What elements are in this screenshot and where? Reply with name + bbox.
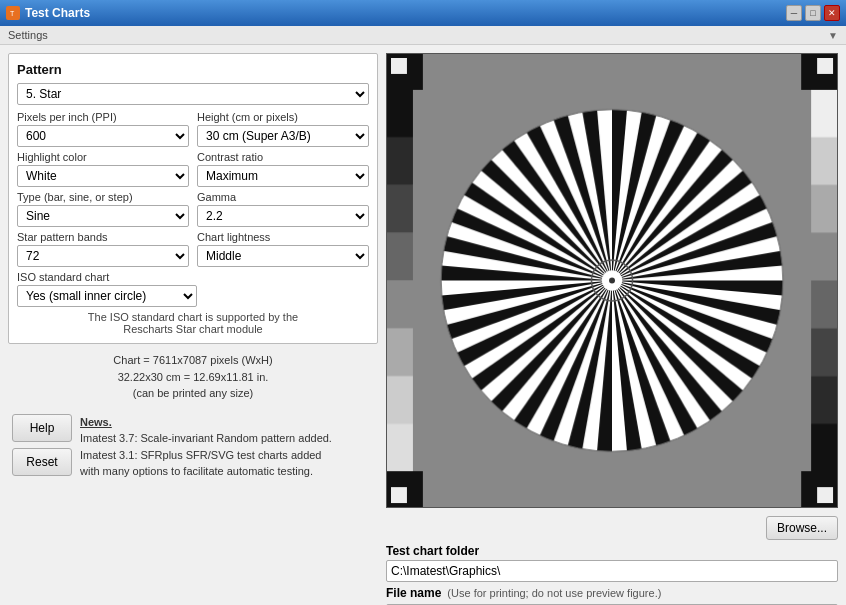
type-label: Type (bar, sine, or step): [17, 191, 189, 203]
main-container: Settings ▼ Pattern 5. Star Pixels per in…: [0, 26, 846, 605]
gamma-group: Gamma 2.2: [197, 191, 369, 227]
height-select[interactable]: 30 cm (Super A3/B): [197, 125, 369, 147]
browse-button[interactable]: Browse...: [766, 516, 838, 540]
form-grid: Pixels per inch (PPI) 600 Height (cm or …: [17, 111, 369, 267]
file-row: File name (Use for printing; do not use …: [386, 586, 838, 600]
star-bands-group: Star pattern bands 72: [17, 231, 189, 267]
help-button[interactable]: Help: [12, 414, 72, 442]
folder-label: Test chart folder: [386, 544, 838, 558]
news-line3: with many options to facilitate automati…: [80, 465, 313, 477]
chart-lightness-label: Chart lightness: [197, 231, 369, 243]
contrast-select[interactable]: Maximum: [197, 165, 369, 187]
iso-section: ISO standard chart Yes (small inner circ…: [17, 271, 369, 307]
star-canvas: [387, 54, 837, 507]
settings-arrow: ▼: [828, 30, 838, 41]
news-title: News.: [80, 416, 112, 428]
highlight-group: Highlight color White: [17, 151, 189, 187]
gamma-select[interactable]: 2.2: [197, 205, 369, 227]
folder-section: Test chart folder: [386, 544, 838, 582]
star-bands-label: Star pattern bands: [17, 231, 189, 243]
close-button[interactable]: ✕: [824, 5, 840, 21]
file-label: File name: [386, 586, 441, 600]
iso-label: ISO standard chart: [17, 271, 369, 283]
highlight-select[interactable]: White: [17, 165, 189, 187]
gamma-label: Gamma: [197, 191, 369, 203]
chart-lightness-group: Chart lightness Middle: [197, 231, 369, 267]
settings-label: Settings: [8, 29, 48, 41]
pattern-section: Pattern 5. Star Pixels per inch (PPI) 60…: [8, 53, 378, 344]
title-bar: T Test Charts ─ □ ✕: [0, 0, 846, 26]
iso-note: The ISO standard chart is supported by t…: [17, 311, 369, 335]
chart-preview: [386, 53, 838, 508]
news-text: News. Imatest 3.7: Scale-invariant Rando…: [80, 414, 332, 480]
height-group: Height (cm or pixels) 30 cm (Super A3/B): [197, 111, 369, 147]
pattern-select[interactable]: 5. Star: [17, 83, 369, 105]
contrast-group: Contrast ratio Maximum: [197, 151, 369, 187]
file-note: (Use for printing; do not use preview fi…: [447, 587, 661, 599]
browse-row: Browse...: [386, 516, 838, 540]
content-area: Pattern 5. Star Pixels per inch (PPI) 60…: [0, 45, 846, 605]
ppi-label: Pixels per inch (PPI): [17, 111, 189, 123]
bottom-controls: Browse... Test chart folder File name (U…: [386, 516, 838, 605]
window-title: Test Charts: [25, 6, 90, 20]
chart-lightness-select[interactable]: Middle: [197, 245, 369, 267]
calc-info: Chart = 7611x7087 pixels (WxH) 32.22x30 …: [8, 352, 378, 402]
right-panel: Browse... Test chart folder File name (U…: [386, 53, 838, 605]
contrast-label: Contrast ratio: [197, 151, 369, 163]
ppi-select[interactable]: 600: [17, 125, 189, 147]
pattern-title: Pattern: [17, 62, 369, 77]
left-panel: Pattern 5. Star Pixels per inch (PPI) 60…: [8, 53, 378, 605]
maximize-button[interactable]: □: [805, 5, 821, 21]
settings-bar: Settings ▼: [0, 26, 846, 45]
highlight-label: Highlight color: [17, 151, 189, 163]
iso-select[interactable]: Yes (small inner circle): [17, 285, 197, 307]
minimize-button[interactable]: ─: [786, 5, 802, 21]
news-line2: Imatest 3.1: SFRplus SFR/SVG test charts…: [80, 449, 322, 461]
type-group: Type (bar, sine, or step) Sine: [17, 191, 189, 227]
reset-button[interactable]: Reset: [12, 448, 72, 476]
ppi-group: Pixels per inch (PPI) 600: [17, 111, 189, 147]
news-section: Help Reset News. Imatest 3.7: Scale-inva…: [8, 410, 378, 484]
svg-text:T: T: [10, 10, 15, 17]
app-icon: T: [6, 6, 20, 20]
height-label: Height (cm or pixels): [197, 111, 369, 123]
type-select[interactable]: Sine: [17, 205, 189, 227]
folder-input[interactable]: [386, 560, 838, 582]
star-bands-select[interactable]: 72: [17, 245, 189, 267]
buttons-col: Help Reset: [12, 414, 72, 476]
news-line1: Imatest 3.7: Scale-invariant Random patt…: [80, 432, 332, 444]
